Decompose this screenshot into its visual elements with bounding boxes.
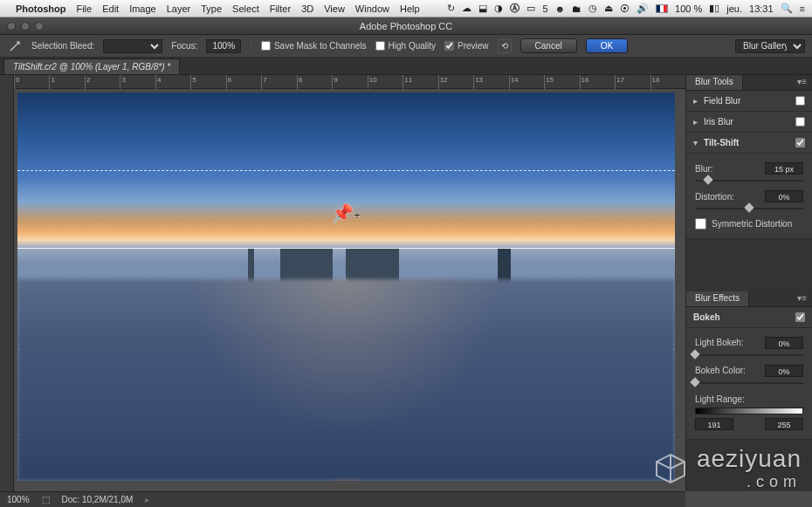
- ruler-horizontal[interactable]: 012345678910111213141516171819: [14, 75, 685, 89]
- tab-blur-tools[interactable]: Blur Tools: [686, 75, 743, 90]
- selection-bleed-label: Selection Bleed:: [31, 41, 94, 51]
- tiltshift-outer-bottom[interactable]: [17, 435, 675, 435]
- eject-icon[interactable]: ⏏: [604, 3, 613, 14]
- display-icon[interactable]: ▭: [526, 3, 535, 14]
- menu-3d[interactable]: 3D: [301, 3, 313, 14]
- document-canvas[interactable]: 📌+: [17, 92, 675, 481]
- ruler-vertical[interactable]: [0, 75, 14, 491]
- menu-layer[interactable]: Layer: [167, 3, 191, 14]
- blur-gallery-select[interactable]: Blur Gallery: [735, 39, 805, 53]
- tilt-shift-label: Tilt-Shift: [704, 138, 739, 147]
- bokeh-label: Bokeh: [693, 312, 720, 322]
- status-doc-size[interactable]: Doc: 10,2M/21,0M: [62, 495, 134, 504]
- panel-menu-icon[interactable]: ▾≡: [792, 291, 812, 306]
- iris-blur-label: Iris Blur: [704, 117, 733, 127]
- tilt-shift-row[interactable]: ▾ Tilt-Shift: [686, 133, 812, 154]
- iris-blur-checkbox[interactable]: [795, 117, 805, 127]
- selection-bleed-select[interactable]: [103, 39, 162, 53]
- menu-select[interactable]: Select: [232, 3, 259, 14]
- folder-icon[interactable]: 🖿: [572, 3, 581, 14]
- panel-menu-icon[interactable]: ▾≡: [792, 75, 812, 90]
- volume-icon[interactable]: 🔊: [637, 3, 649, 14]
- spotlight-icon[interactable]: 🔍: [781, 3, 793, 14]
- menu-window[interactable]: Window: [355, 3, 389, 14]
- battery-icon[interactable]: ▮▯: [709, 3, 719, 14]
- preview-checkbox[interactable]: Preview: [444, 41, 489, 51]
- finder-icon[interactable]: ☻: [555, 3, 566, 14]
- cancel-button[interactable]: Cancel: [520, 38, 577, 53]
- light-range-high[interactable]: 255: [765, 418, 803, 430]
- high-quality-checkbox[interactable]: High Quality: [375, 41, 436, 51]
- status-zoom[interactable]: 100%: [7, 495, 30, 504]
- num-5-icon[interactable]: 5: [542, 3, 547, 14]
- distortion-label: Distortion:: [695, 192, 734, 202]
- tab-blur-effects[interactable]: Blur Effects: [686, 291, 749, 306]
- ok-button[interactable]: OK: [586, 38, 628, 53]
- tilt-shift-checkbox[interactable]: [795, 138, 805, 147]
- tiltshift-inner-bottom[interactable]: [17, 349, 675, 350]
- light-bokeh-slider[interactable]: [695, 351, 803, 360]
- sync-icon[interactable]: ↻: [447, 3, 455, 14]
- menu-edit[interactable]: Edit: [102, 3, 119, 14]
- window-minimize-button[interactable]: [21, 22, 30, 31]
- reset-button[interactable]: ⟲: [498, 39, 512, 53]
- tiltshift-outer-top[interactable]: [17, 170, 675, 171]
- flag-fr-icon[interactable]: [656, 4, 668, 13]
- menu-file[interactable]: File: [76, 3, 92, 14]
- tiltshift-center-handle[interactable]: [339, 298, 354, 314]
- dropbox-icon[interactable]: ⬓: [478, 3, 487, 14]
- menubar-app[interactable]: Photoshop: [16, 3, 65, 14]
- symmetric-distortion-checkbox[interactable]: Symmetric Distortion: [695, 218, 803, 230]
- wifi-icon[interactable]: ⦿: [620, 3, 630, 14]
- field-blur-checkbox[interactable]: [795, 96, 805, 106]
- menu-filter[interactable]: Filter: [270, 3, 291, 14]
- watermark-line2: .com: [697, 473, 802, 491]
- blur-amount-value[interactable]: 15 px: [765, 162, 803, 175]
- field-blur-row[interactable]: ▸ Field Blur: [686, 91, 812, 112]
- window-zoom-button[interactable]: [35, 22, 44, 31]
- pin-icon[interactable]: 📌+: [332, 202, 360, 223]
- menu-help[interactable]: Help: [400, 3, 420, 14]
- menubar-right: ↻ ☁ ⬓ ◑ Ⓐ ▭ 5 ☻ 🖿 ◷ ⏏ ⦿ 🔊 100 % ▮▯ jeu. …: [447, 2, 805, 15]
- bokeh-color-value[interactable]: 0%: [765, 365, 803, 377]
- ruler-tick-label: 7: [263, 76, 266, 84]
- focus-input[interactable]: [206, 39, 241, 53]
- clock-time: 13:31: [749, 3, 774, 14]
- blur-amount-slider[interactable]: [695, 176, 803, 185]
- light-range-label: Light Range:: [695, 394, 745, 404]
- iris-blur-row[interactable]: ▸ Iris Blur: [686, 112, 812, 133]
- watermark: aeziyuan .com: [651, 445, 802, 491]
- menu-image[interactable]: Image: [129, 3, 156, 14]
- document-tab[interactable]: TiltShift.cr2 @ 100% (Layer 1, RGB/8*) *: [3, 58, 180, 74]
- menu-type[interactable]: Type: [201, 3, 222, 14]
- distortion-value[interactable]: 0%: [765, 190, 803, 202]
- ruler-tick-label: 12: [440, 76, 448, 84]
- ruler-tick-label: 4: [157, 76, 161, 84]
- notification-icon[interactable]: ≡: [800, 3, 805, 14]
- ruler-tick-label: 2: [86, 76, 90, 84]
- save-mask-checkbox[interactable]: Save Mask to Channels: [261, 41, 367, 51]
- light-bokeh-value[interactable]: 0%: [765, 337, 803, 349]
- cc-icon[interactable]: ◑: [494, 3, 503, 14]
- light-range-slider[interactable]: [695, 408, 803, 415]
- menu-view[interactable]: View: [324, 3, 345, 14]
- clock-day: jeu.: [726, 3, 742, 14]
- chevron-down-icon: ▾: [693, 138, 700, 147]
- window-close-button[interactable]: [7, 22, 16, 31]
- mac-menubar: Photoshop File Edit Image Layer Type Sel…: [0, 0, 812, 17]
- ruler-tick-label: 18: [652, 76, 660, 84]
- status-handle-icon[interactable]: ⬚: [42, 495, 50, 504]
- cloud-icon[interactable]: ☁: [462, 3, 471, 14]
- light-range-low[interactable]: 191: [695, 418, 733, 430]
- bokeh-checkbox[interactable]: [795, 312, 805, 322]
- bokeh-row[interactable]: Bokeh: [686, 307, 812, 328]
- adobe-icon[interactable]: Ⓐ: [510, 2, 520, 15]
- ruler-tick-label: 14: [511, 76, 519, 84]
- ruler-tick-label: 11: [404, 76, 412, 84]
- distortion-slider[interactable]: [695, 204, 803, 213]
- tool-indicator-icon[interactable]: [7, 38, 23, 54]
- bokeh-color-slider[interactable]: [695, 379, 803, 387]
- ruler-tick-label: 3: [121, 76, 125, 84]
- tiltshift-inner-top[interactable]: [17, 248, 675, 249]
- clock-icon[interactable]: ◷: [588, 3, 597, 14]
